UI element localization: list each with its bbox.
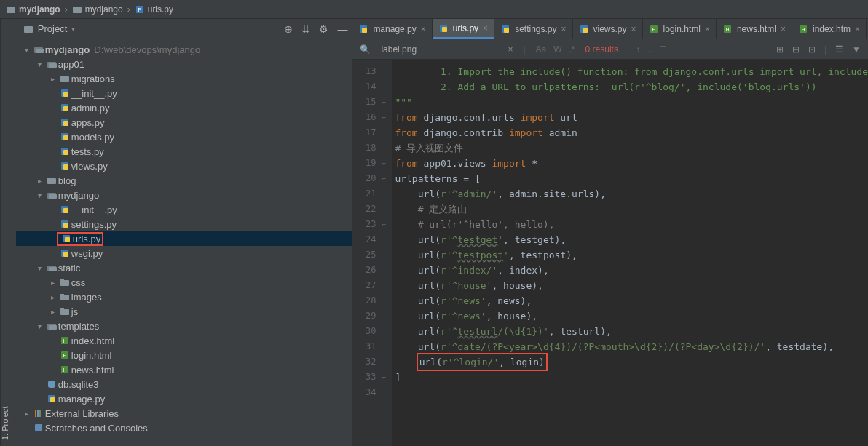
svg-rect-62: [362, 28, 367, 33]
close-icon[interactable]: ×: [561, 24, 567, 34]
close-icon[interactable]: ×: [781, 24, 786, 34]
svg-rect-13: [63, 92, 68, 97]
tree-row[interactable]: ▸js: [16, 304, 352, 319]
tree-row[interactable]: urls.py: [16, 231, 352, 246]
tree-row[interactable]: ▾templates: [16, 319, 352, 333]
svg-rect-57: [35, 410, 36, 417]
tree-row[interactable]: ▸migrations: [16, 71, 352, 86]
tree-row[interactable]: ▸css: [16, 275, 352, 290]
svg-rect-45: [49, 325, 57, 330]
project-panel: Project ▾ ⊕ ⇊ ⚙ — ▾mydjangoD:\web\devops…: [16, 19, 353, 446]
tree-row[interactable]: settings.py: [16, 217, 352, 231]
regex-toggle[interactable]: .*: [569, 44, 575, 55]
tree-row[interactable]: __init__.py: [16, 86, 352, 100]
tree-row[interactable]: ▸blog: [16, 173, 352, 188]
editor-tab[interactable]: urls.py×: [433, 19, 494, 39]
breadcrumb: mydjango › mydjango › P urls.py: [0, 0, 868, 19]
next-match-icon[interactable]: ↓: [647, 44, 652, 55]
editor-tab[interactable]: views.py×: [573, 19, 643, 39]
svg-text:P: P: [138, 7, 141, 13]
editor-tab[interactable]: settings.py×: [494, 19, 572, 39]
editor-tab[interactable]: Hindex.htm×: [792, 19, 867, 39]
clear-search-icon[interactable]: ×: [508, 44, 513, 55]
svg-text:H: H: [63, 338, 66, 343]
toggle-occurrences-icon[interactable]: ⊡: [808, 44, 816, 55]
close-icon[interactable]: ×: [421, 24, 426, 34]
close-icon[interactable]: ×: [483, 23, 488, 33]
svg-rect-7: [36, 49, 44, 53]
hide-icon[interactable]: —: [337, 23, 347, 35]
filter-icon[interactable]: ▼: [852, 44, 861, 55]
tree-row[interactable]: Hlogin.html: [16, 348, 352, 362]
svg-rect-21: [63, 150, 68, 155]
svg-rect-66: [504, 28, 509, 33]
add-selection-icon[interactable]: ⊞: [776, 44, 784, 55]
tree-row[interactable]: admin.py: [16, 100, 352, 115]
svg-rect-43: [60, 308, 64, 311]
svg-rect-15: [63, 106, 68, 111]
breadcrumb-item[interactable]: mydjango: [72, 4, 123, 15]
tree-row[interactable]: db.sqlite3: [16, 377, 352, 391]
tree-row[interactable]: Hindex.html: [16, 333, 352, 348]
collapse-icon[interactable]: ⇊: [301, 23, 310, 35]
match-case-toggle[interactable]: Aa: [536, 44, 547, 55]
select-all-occurrences-icon[interactable]: ⊟: [792, 44, 800, 55]
svg-text:H: H: [63, 353, 66, 358]
settings-icon[interactable]: ☰: [835, 44, 843, 55]
breadcrumb-item[interactable]: P urls.py: [135, 4, 173, 15]
svg-rect-35: [63, 252, 68, 257]
svg-rect-68: [583, 28, 588, 33]
editor-tabs: manage.py×urls.py×settings.py×views.py×H…: [352, 19, 868, 39]
svg-rect-56: [50, 397, 55, 402]
tree-row[interactable]: wsgi.py: [16, 246, 352, 260]
tree-row[interactable]: apps.py: [16, 115, 352, 130]
project-tree[interactable]: ▾mydjangoD:\web\devops\mydjango▾app01▸mi…: [16, 39, 352, 446]
code-editor[interactable]: 1314151617181920212223242526272829303132…: [352, 60, 868, 446]
svg-rect-64: [442, 27, 447, 32]
select-all-icon[interactable]: ☐: [659, 44, 667, 55]
editor-tab[interactable]: Hnews.html×: [717, 19, 792, 39]
close-icon[interactable]: ×: [631, 24, 636, 34]
tree-row[interactable]: Hnews.html: [16, 362, 352, 377]
svg-rect-1: [7, 7, 10, 9]
tree-row[interactable]: views.py: [16, 159, 352, 173]
tree-row[interactable]: ▾mydjango: [16, 188, 352, 202]
svg-rect-39: [60, 279, 64, 282]
words-toggle[interactable]: W: [553, 44, 561, 55]
tree-row[interactable]: ▾mydjangoD:\web\devops\mydjango: [16, 42, 352, 57]
svg-rect-59: [39, 410, 41, 417]
search-input[interactable]: label.png: [381, 44, 497, 55]
svg-rect-19: [63, 135, 68, 140]
tree-row[interactable]: __init__.py: [16, 202, 352, 217]
close-icon[interactable]: ×: [705, 24, 710, 34]
project-icon: [23, 24, 33, 34]
svg-rect-23: [63, 164, 68, 170]
svg-rect-27: [49, 194, 57, 199]
gear-icon[interactable]: ⚙: [319, 23, 328, 35]
tree-row[interactable]: ▾app01: [16, 57, 352, 71]
dropdown-icon[interactable]: ▾: [71, 25, 75, 33]
tool-window-stripe[interactable]: 1: Project: [0, 19, 16, 446]
close-icon[interactable]: ×: [855, 24, 860, 34]
svg-rect-37: [49, 267, 57, 271]
fold-gutter[interactable]: ⌐⌐ ⌐⌐ ⌐ ⌐: [382, 60, 392, 446]
tree-row[interactable]: tests.py: [16, 144, 352, 159]
tree-row[interactable]: Scratches and Consoles: [16, 421, 352, 435]
tree-row[interactable]: ▾static: [16, 260, 352, 275]
scroll-target-icon[interactable]: ⊕: [284, 23, 293, 35]
breadcrumb-item[interactable]: mydjango: [6, 4, 60, 15]
svg-rect-9: [49, 63, 57, 68]
editor-tab[interactable]: Hlogin.html×: [643, 19, 717, 39]
code-content[interactable]: 1. Import the include() function: from d…: [392, 60, 868, 446]
svg-text:H: H: [801, 27, 805, 32]
line-gutter: 1314151617181920212223242526272829303132…: [352, 60, 382, 446]
tree-row[interactable]: manage.py: [16, 391, 352, 406]
editor-area: manage.py×urls.py×settings.py×views.py×H…: [352, 19, 868, 446]
prev-match-icon[interactable]: ↑: [636, 44, 640, 55]
editor-tab[interactable]: manage.py×: [352, 19, 432, 39]
svg-rect-31: [63, 223, 68, 228]
tree-row[interactable]: models.py: [16, 130, 352, 144]
tree-row[interactable]: ▸images: [16, 290, 352, 304]
svg-rect-17: [63, 121, 68, 126]
tree-row[interactable]: ▸External Libraries: [16, 406, 352, 421]
